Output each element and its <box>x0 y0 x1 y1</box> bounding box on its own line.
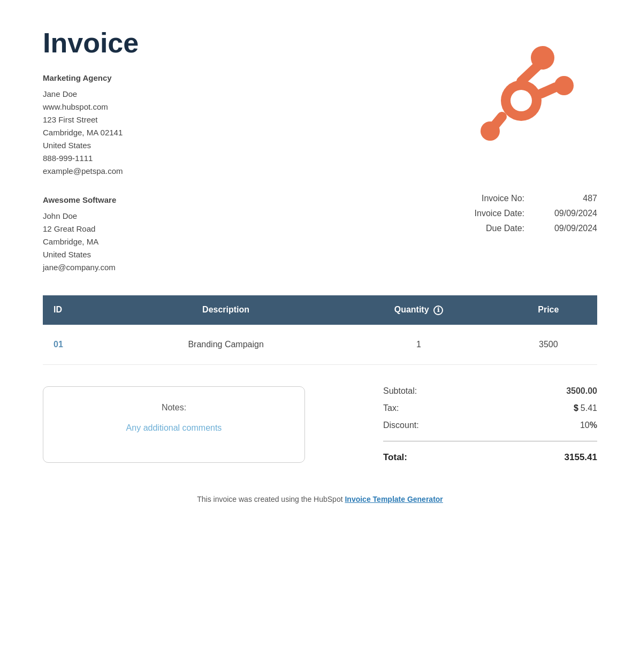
total-row: Total: 3155.41 <box>383 452 597 463</box>
due-date-row: Due Date: 09/09/2024 <box>415 224 597 233</box>
col-quantity: Quantity ℹ <box>338 295 500 325</box>
invoice-date-row: Invoice Date: 09/09/2024 <box>415 209 597 218</box>
to-country: United States <box>43 248 415 261</box>
discount-value-group: 10% <box>522 421 597 430</box>
col-id: ID <box>43 295 114 325</box>
footer-text: This invoice was created using the HubSp… <box>197 495 345 503</box>
totals-section: Subtotal: 3500.00 Tax: $ 5.41 Discount: … <box>383 386 597 463</box>
to-email: jane@company.com <box>43 261 415 274</box>
to-company-name: Awesome Software <box>43 194 415 207</box>
col-price: Price <box>500 295 597 325</box>
footer-link[interactable]: Invoice Template Generator <box>345 495 443 503</box>
tax-currency: $ <box>574 403 578 413</box>
invoice-table: ID Description Quantity ℹ Price 01 Brand… <box>43 295 597 365</box>
col-description: Description <box>114 295 338 325</box>
row-id: 01 <box>43 325 114 365</box>
quantity-info-icon[interactable]: ℹ <box>433 306 443 315</box>
from-city-state-zip: Cambridge, MA 02141 <box>43 126 139 139</box>
svg-line-7 <box>494 117 502 126</box>
from-country: United States <box>43 139 139 152</box>
svg-line-3 <box>521 65 538 81</box>
notes-box: Notes: Any additional comments <box>43 386 305 463</box>
to-city-state-zip: Cambridge, MA <box>43 235 415 248</box>
bottom-section: Notes: Any additional comments Subtotal:… <box>43 386 597 463</box>
from-section: Invoice Marketing Agency Jane Doe www.hu… <box>43 27 139 178</box>
header-section: Invoice Marketing Agency Jane Doe www.hu… <box>43 27 597 178</box>
row-price: 3500 <box>500 325 597 365</box>
invoice-no-value: 487 <box>533 194 597 203</box>
table-row: 01 Branding Campaign 1 3500 <box>43 325 597 365</box>
from-address: 123 First Street <box>43 113 139 126</box>
totals-divider <box>383 441 597 441</box>
notes-placeholder: Any additional comments <box>126 423 222 433</box>
tax-row: Tax: $ 5.41 <box>383 403 597 413</box>
subtotal-value: 3500.00 <box>522 386 597 396</box>
invoice-meta: Invoice No: 487 Invoice Date: 09/09/2024… <box>415 194 597 233</box>
total-label: Total: <box>383 452 407 463</box>
hubspot-logo <box>437 27 597 150</box>
invoice-title: Invoice <box>43 27 139 59</box>
due-date-value: 09/09/2024 <box>533 224 597 233</box>
bill-to-section: Awesome Software John Doe 12 Great Road … <box>43 194 597 274</box>
from-email: example@petspa.com <box>43 165 139 178</box>
from-website: www.hubspot.com <box>43 101 139 113</box>
row-quantity: 1 <box>338 325 500 365</box>
from-contact: Jane Doe <box>43 88 139 101</box>
from-company-name: Marketing Agency <box>43 72 139 85</box>
notes-label: Notes: <box>162 403 186 413</box>
svg-line-5 <box>541 87 555 94</box>
tax-value-group: $ 5.41 <box>522 403 597 413</box>
row-description: Branding Campaign <box>114 325 338 365</box>
to-section: Awesome Software John Doe 12 Great Road … <box>43 194 415 274</box>
to-contact: John Doe <box>43 210 415 223</box>
discount-unit: % <box>590 421 597 430</box>
subtotal-row: Subtotal: 3500.00 <box>383 386 597 396</box>
total-value: 3155.41 <box>522 452 597 463</box>
discount-value: 10 <box>580 421 590 430</box>
tax-label: Tax: <box>383 403 399 413</box>
subtotal-label: Subtotal: <box>383 386 417 396</box>
invoice-date-label: Invoice Date: <box>447 209 533 218</box>
from-company-details: Marketing Agency Jane Doe www.hubspot.co… <box>43 72 139 178</box>
invoice-no-row: Invoice No: 487 <box>415 194 597 203</box>
due-date-label: Due Date: <box>447 224 533 233</box>
invoice-date-value: 09/09/2024 <box>533 209 597 218</box>
from-phone: 888-999-1111 <box>43 152 139 165</box>
table-header-row: ID Description Quantity ℹ Price <box>43 295 597 325</box>
footer: This invoice was created using the HubSp… <box>43 495 597 503</box>
discount-label: Discount: <box>383 421 419 430</box>
discount-row: Discount: 10% <box>383 421 597 430</box>
to-company-details: Awesome Software John Doe 12 Great Road … <box>43 194 415 274</box>
svg-point-1 <box>511 90 532 111</box>
tax-value: 5.41 <box>581 403 597 413</box>
to-address: 12 Great Road <box>43 223 415 235</box>
invoice-no-label: Invoice No: <box>447 194 533 203</box>
